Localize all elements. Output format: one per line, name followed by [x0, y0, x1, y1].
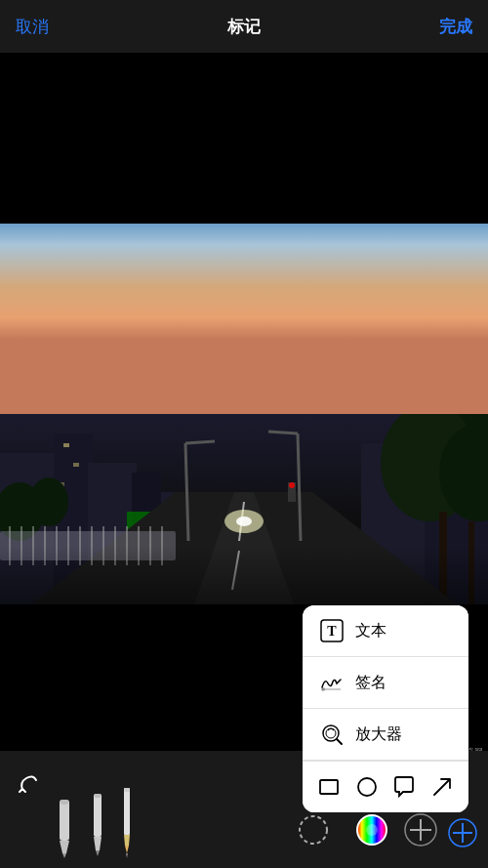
- menu-item-signature[interactable]: 签名: [303, 657, 468, 709]
- text-label: 文本: [355, 621, 386, 641]
- svg-point-25: [236, 517, 252, 526]
- arrow-shape-button[interactable]: [427, 771, 458, 803]
- color-picker-button[interactable]: [353, 811, 390, 848]
- black-top-area: [0, 53, 488, 224]
- annotation-popup-menu: T 文本 签名 放大器: [303, 605, 468, 812]
- cancel-button[interactable]: 取消: [16, 16, 49, 38]
- speech-bubble-shape-button[interactable]: [388, 771, 420, 803]
- svg-text:T: T: [327, 624, 337, 639]
- text-icon: T: [318, 617, 346, 644]
- done-button[interactable]: 完成: [439, 16, 472, 38]
- top-navigation: 取消 标记 完成: [0, 0, 488, 53]
- svg-line-42: [185, 441, 215, 443]
- svg-line-57: [434, 780, 449, 795]
- signature-icon: [318, 669, 346, 696]
- svg-rect-55: [320, 780, 338, 794]
- svg-point-51: [321, 687, 325, 691]
- pen-tool-button[interactable]: [89, 785, 106, 858]
- svg-point-47: [289, 489, 295, 495]
- svg-marker-68: [124, 835, 130, 846]
- svg-rect-67: [125, 788, 130, 792]
- pencil-tool-button[interactable]: [120, 780, 134, 858]
- signature-label: 签名: [355, 673, 386, 693]
- active-more-button[interactable]: [445, 815, 480, 850]
- svg-marker-60: [60, 841, 69, 853]
- pen-tools-group: [54, 780, 134, 858]
- menu-item-text[interactable]: T 文本: [303, 605, 468, 657]
- svg-marker-65: [96, 850, 100, 856]
- svg-point-48: [289, 496, 295, 502]
- svg-rect-63: [95, 794, 101, 798]
- svg-point-53: [326, 728, 336, 738]
- svg-point-56: [358, 778, 376, 796]
- photo-bottom-overlay: [0, 546, 488, 604]
- svg-rect-58: [60, 800, 69, 841]
- svg-point-73: [366, 824, 378, 836]
- undo-button[interactable]: [15, 770, 44, 800]
- photo-sky: [0, 224, 488, 434]
- magnifier-icon: [318, 721, 346, 748]
- photo-canvas: [0, 224, 488, 604]
- svg-line-54: [337, 739, 342, 744]
- svg-rect-59: [61, 800, 68, 805]
- shapes-row: [303, 761, 468, 812]
- rectangle-shape-button[interactable]: [313, 771, 345, 803]
- svg-point-46: [289, 482, 295, 488]
- svg-point-71: [300, 816, 327, 844]
- page-title: 标记: [227, 16, 261, 38]
- marker-tool-button[interactable]: [54, 790, 75, 858]
- menu-item-magnifier[interactable]: 放大器: [303, 709, 468, 761]
- circle-shape-button[interactable]: [351, 771, 383, 803]
- svg-rect-62: [94, 794, 102, 837]
- svg-marker-69: [125, 846, 129, 853]
- svg-marker-70: [126, 853, 128, 858]
- magnifier-label: 放大器: [355, 724, 402, 745]
- svg-line-44: [268, 432, 298, 434]
- svg-rect-66: [124, 788, 130, 835]
- lasso-tool-button[interactable]: [295, 811, 332, 848]
- more-options-button[interactable]: [402, 811, 439, 848]
- svg-marker-61: [62, 853, 66, 858]
- svg-marker-64: [94, 837, 102, 850]
